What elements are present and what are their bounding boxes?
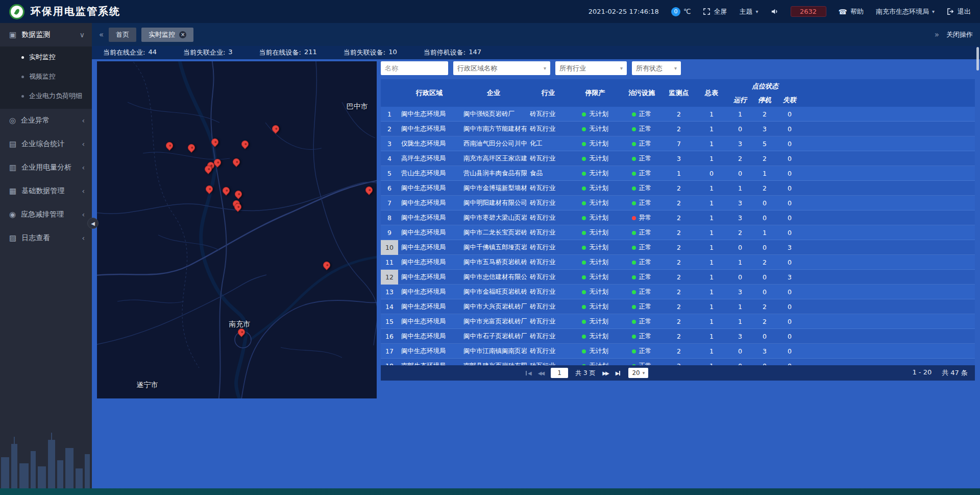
- datetime: 2021-02-25 17:46:18: [589, 8, 659, 15]
- table-row[interactable]: 5营山生态环境局营山县润丰肉食品有限食品无计划正常10010: [381, 166, 975, 181]
- limit-status-text: 无计划: [589, 317, 608, 326]
- limit-status-text: 无计划: [589, 169, 608, 178]
- tab-scroll-right-button[interactable]: »: [935, 30, 939, 39]
- range-label: 1 - 20: [912, 368, 932, 378]
- table-row[interactable]: 8阆中生态环境局阆中市枣碧大梁山页岩砖瓦行业无计划异常21300: [381, 210, 975, 225]
- sidebar-group-emergency[interactable]: ◉ 应急减排管理 ‹: [0, 203, 92, 226]
- status-dot-green-icon: [632, 127, 636, 131]
- monitor-icon: ▣: [9, 30, 16, 39]
- last-page-button[interactable]: ▶: [616, 370, 622, 376]
- table-row[interactable]: 6阆中生态环境局阆中市金博瑞新型墙材砖瓦行业无计划正常21120: [381, 181, 975, 196]
- table-row[interactable]: 14阆中生态环境局阆中市大兴页岩机砖厂砖瓦行业无计划正常21120: [381, 299, 975, 314]
- sidebar-group-data-monitor[interactable]: ▣ 数据监测 ∨: [0, 23, 92, 46]
- table-row[interactable]: 4高坪生态环境局南充市高坪区王家店建砖瓦行业无计划正常31220: [381, 151, 975, 166]
- lost-cell: 0: [777, 258, 802, 266]
- facility-status-text: 正常: [639, 169, 652, 178]
- limit-status-text: 无计划: [589, 199, 608, 207]
- next-page-button[interactable]: ▶▶: [602, 370, 608, 376]
- industry-cell: 砖瓦行业: [527, 125, 570, 133]
- meters-cell: 1: [695, 155, 728, 162]
- status-dot-green-icon: [632, 246, 636, 250]
- row-index-cell: 9: [381, 225, 398, 240]
- industry-cell: 砖瓦行业: [527, 184, 570, 193]
- industry-select[interactable]: 所有行业▾: [555, 61, 627, 75]
- limit-status-cell: 无计划: [570, 273, 621, 281]
- page-number-input[interactable]: [551, 368, 568, 378]
- sound-button[interactable]: [771, 8, 778, 15]
- table-row[interactable]: 3仪陇生态环境局西南油气田分公司川中化工无计划正常71350: [381, 136, 975, 151]
- table-row[interactable]: 1阆中生态环境局阆中强锐页岩砖厂砖瓦行业无计划正常21120: [381, 107, 975, 122]
- table-row[interactable]: 2阆中生态环境局阆中市南方节能建材有砖瓦行业无计划正常21030: [381, 122, 975, 136]
- help-button[interactable]: ☎ 帮助: [839, 7, 864, 16]
- status-dot-green-icon: [582, 246, 586, 250]
- tab-home[interactable]: 首页: [109, 28, 136, 42]
- table-row[interactable]: 18南部生态环境局南部县建兴页岩砖有限砖瓦行业无计划正常21000: [381, 359, 975, 365]
- gauge-icon: ◉: [9, 210, 16, 219]
- chevron-down-icon: ▾: [932, 9, 935, 14]
- status-dot-green-icon: [582, 157, 586, 161]
- table-row[interactable]: 7阆中生态环境局阆中明阳建材有限公司砖瓦行业无计划正常21300: [381, 196, 975, 210]
- page-size-select[interactable]: 20▾: [628, 368, 648, 378]
- table-row[interactable]: 15阆中生态环境局阆中市光富页岩机砖厂砖瓦行业无计划正常21120: [381, 314, 975, 329]
- name-search-input[interactable]: [381, 61, 448, 75]
- facility-status-cell: 正常: [621, 273, 663, 281]
- table-row[interactable]: 13阆中生态环境局阆中市金福旺页岩机砖砖瓦行业无计划正常21300: [381, 285, 975, 299]
- running-cell: 3: [728, 214, 752, 222]
- status-dot-green-icon: [582, 275, 586, 279]
- limit-status-text: 无计划: [589, 273, 608, 281]
- table-row[interactable]: 10阆中生态环境局阆中千佛镇五郎垭页岩砖瓦行业无计划正常21003: [381, 240, 975, 255]
- status-dot-green-icon: [632, 320, 636, 324]
- chevron-expanded-icon: ∨: [80, 31, 85, 39]
- running-cell: 0: [728, 125, 752, 133]
- stopped-cell: 1: [752, 229, 777, 237]
- facility-status-text: 正常: [639, 347, 652, 356]
- org-dropdown[interactable]: 南充市生态环境局▾: [876, 7, 935, 16]
- tab-scroll-left-button[interactable]: «: [99, 30, 104, 39]
- points-cell: 1: [663, 170, 695, 177]
- sidebar-group-base-data[interactable]: ▦ 基础数据管理 ‹: [0, 179, 92, 203]
- first-page-button[interactable]: ◀: [525, 370, 531, 376]
- map-panel[interactable]: 巴中市南充市遂宁市: [97, 61, 377, 398]
- scrollbar-thumb[interactable]: [976, 47, 979, 70]
- sidebar-group-company-abnormal[interactable]: ◎ 企业异常 ‹: [0, 109, 92, 132]
- table-row[interactable]: 17阆中生态环境局阆中市江南镇阆南页岩砖瓦行业无计划正常21030: [381, 344, 975, 359]
- region-select[interactable]: 行政区域名称▾: [453, 61, 550, 75]
- sidebar-item-realtime-monitor[interactable]: 实时监控: [0, 48, 92, 67]
- lost-cell: 0: [777, 214, 802, 222]
- company-cell: 阆中市南方节能建材有: [460, 125, 527, 133]
- status-dot-green-icon: [582, 112, 586, 116]
- lost-cell: 0: [777, 288, 802, 296]
- company-cell: 阆中市石子页岩机砖厂: [460, 332, 527, 341]
- alarm-count-badge[interactable]: 2632: [791, 6, 826, 17]
- chevron-collapsed-icon: ‹: [82, 163, 85, 172]
- table-row[interactable]: 16阆中生态环境局阆中市石子页岩机砖厂砖瓦行业无计划正常21300: [381, 329, 975, 344]
- facility-status-cell: 正常: [621, 258, 663, 267]
- table-row[interactable]: 12阆中生态环境局阆中市忠信建材有限公砖瓦行业无计划正常21003: [381, 270, 975, 285]
- meters-cell: 1: [695, 199, 728, 207]
- tab-realtime-monitor[interactable]: 实时监控 ×: [141, 28, 193, 42]
- sidebar-item-video-monitor[interactable]: 视频监控: [0, 67, 92, 86]
- table-row[interactable]: 9阆中生态环境局阆中市二龙长宝页岩砖砖瓦行业无计划正常21210: [381, 225, 975, 240]
- close-icon[interactable]: ×: [179, 31, 186, 38]
- meters-cell: 1: [695, 347, 728, 355]
- row-index-cell: 17: [381, 344, 398, 359]
- meters-cell: 1: [695, 303, 728, 311]
- fullscreen-button[interactable]: 全屏: [703, 7, 727, 16]
- sidebar-collapse-button[interactable]: ◀: [87, 218, 99, 229]
- theme-dropdown[interactable]: 主题▾: [739, 7, 758, 16]
- table-row[interactable]: 11阆中生态环境局阆中市五马桥页岩机砖砖瓦行业无计划正常21120: [381, 255, 975, 270]
- logout-button[interactable]: 退出: [947, 7, 971, 16]
- sidebar-group-logs[interactable]: ▨ 日志查看 ‹: [0, 226, 92, 250]
- footer-strip: [0, 488, 980, 495]
- status-select[interactable]: 所有状态▾: [632, 61, 681, 75]
- status-dot-green-icon: [582, 127, 586, 131]
- stat-stopped-devices: 当前停机设备:147: [424, 48, 481, 57]
- limit-status-cell: 无计划: [570, 362, 621, 365]
- sidebar-group-power-analysis[interactable]: ▥ 企业用电量分析 ‹: [0, 156, 92, 179]
- prev-page-button[interactable]: ◀◀: [538, 370, 544, 376]
- sidebar-group-company-stats[interactable]: ▤ 企业综合统计 ‹: [0, 132, 92, 156]
- lost-cell: 0: [777, 333, 802, 340]
- close-operations-button[interactable]: 关闭操作: [946, 30, 973, 39]
- sidebar-item-power-load-detail[interactable]: 企业电力负荷明细: [0, 86, 92, 106]
- running-cell: 3: [728, 199, 752, 207]
